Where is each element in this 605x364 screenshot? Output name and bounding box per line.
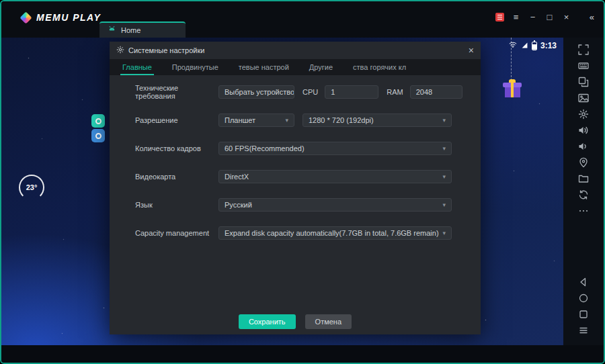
app-shortcut-1[interactable] <box>91 114 105 128</box>
ram-input[interactable]: 2048 <box>410 85 462 99</box>
cpu-label: CPU <box>302 88 318 96</box>
app-logo: MEMU PLAY <box>22 12 101 23</box>
android-statusbar: 3:13 <box>508 40 557 52</box>
fps-label: Количество кадров <box>135 144 218 152</box>
battery-icon <box>532 42 537 50</box>
ram-label: RAM <box>387 88 403 96</box>
location-icon[interactable] <box>578 157 589 168</box>
status-time: 3:13 <box>540 41 557 50</box>
row-fps: Количество кадров 60 FPS(Recommended) ▾ <box>135 142 481 155</box>
maximize-button[interactable]: □ <box>544 12 555 22</box>
chevron-down-icon: ▾ <box>443 230 446 236</box>
dialog-title: Системные настройки <box>128 46 204 54</box>
gpu-dropdown[interactable]: DirectX ▾ <box>218 170 452 183</box>
menu-button[interactable]: ≡ <box>511 12 521 22</box>
multi-window-icon[interactable] <box>578 77 589 87</box>
chevron-down-icon: ▾ <box>442 145 446 152</box>
emulator-window: MEMU PLAY Home ≡ − □ × « <box>0 0 605 364</box>
window-controls: ≡ − □ × <box>495 12 571 22</box>
volume-down-icon[interactable] <box>578 141 589 152</box>
settings-icon[interactable] <box>578 109 589 120</box>
row-requirements: Технические требования Выбрать устройств… <box>135 85 481 99</box>
guide-icon[interactable] <box>495 13 504 21</box>
titlebar: MEMU PLAY Home ≡ − □ × « <box>1 1 604 38</box>
dialog-tabs: ГлавныеПродвинутыетевые настройДругиеств… <box>110 59 481 75</box>
tool-sidebar <box>563 38 604 345</box>
minimize-button[interactable]: − <box>528 12 538 22</box>
resolution-type-dropdown[interactable]: Планшет ▾ <box>218 113 294 127</box>
rotate-icon[interactable] <box>578 189 589 200</box>
keyboard-icon[interactable] <box>578 60 589 71</box>
row-gpu: Видеокарта DirectX ▾ <box>135 170 481 183</box>
row-resolution: Разрешение Планшет ▾ 1280 * 720 (192dpi)… <box>135 113 481 127</box>
dialog-tab-Главные[interactable]: Главные <box>112 59 162 75</box>
screenshot-icon[interactable] <box>578 93 589 103</box>
gift-box-icon[interactable] <box>503 79 522 97</box>
logo-text: MEMU PLAY <box>36 12 101 23</box>
emulator-screen: 3:13 23° Системные настройки <box>1 38 563 345</box>
chevron-down-icon: ▾ <box>442 117 446 124</box>
dialog-close-icon[interactable]: × <box>469 46 474 55</box>
dialog-tab-Другие[interactable]: Другие <box>299 59 343 75</box>
recents-icon[interactable] <box>578 309 589 320</box>
gpu-label: Видеокарта <box>135 173 218 181</box>
gift-string <box>511 38 512 81</box>
save-button[interactable]: Сохранить <box>239 314 296 329</box>
cpu-input[interactable]: 1 <box>325 85 378 99</box>
menu-icon[interactable] <box>578 325 589 336</box>
tab-home[interactable]: Home <box>99 21 186 38</box>
volume-up-icon[interactable] <box>578 125 589 136</box>
more-icon[interactable] <box>578 206 589 216</box>
dialog-tab-тевые настрой[interactable]: тевые настрой <box>229 59 299 75</box>
dialog-body: Технические требования Выбрать устройств… <box>110 75 481 334</box>
dialog-buttons: Сохранить Отмена <box>110 314 481 329</box>
dialog-header: Системные настройки × <box>110 42 481 59</box>
close-button[interactable]: × <box>561 12 571 22</box>
collapse-sidebar-button[interactable]: « <box>590 12 594 22</box>
weather-temp: 23° <box>26 183 38 191</box>
row-language: Язык Русский ▾ <box>135 198 481 212</box>
system-settings-dialog: Системные настройки × ГлавныеПродвинутые… <box>110 42 481 334</box>
capacity-label: Capacity management <box>135 229 218 237</box>
android-icon <box>108 24 116 36</box>
home-circle-icon[interactable] <box>578 293 589 304</box>
requirements-label: Технические требования <box>135 84 218 100</box>
bottom-bar <box>1 345 604 363</box>
app-shortcut-2[interactable] <box>91 129 105 142</box>
language-label: Язык <box>135 201 218 209</box>
shared-folder-icon[interactable] <box>578 173 589 184</box>
chevron-down-icon: ▾ <box>442 173 446 180</box>
fullscreen-icon[interactable] <box>578 44 589 55</box>
chevron-down-icon: ▾ <box>442 201 446 208</box>
sidebar-top-icons <box>578 42 589 219</box>
dialog-tab-ства горячих кл[interactable]: ства горячих кл <box>343 59 416 75</box>
cancel-button[interactable]: Отмена <box>305 314 352 329</box>
language-dropdown[interactable]: Русский ▾ <box>218 198 452 212</box>
wallpaper-stars <box>1 38 2 38</box>
sidebar-bottom-icons <box>578 274 589 338</box>
resolution-label: Разрешение <box>135 116 218 124</box>
wifi-icon <box>508 40 518 52</box>
weather-widget[interactable]: 23° <box>19 175 44 200</box>
back-icon[interactable] <box>578 277 589 287</box>
logo-diamond-icon <box>19 11 32 24</box>
fps-dropdown[interactable]: 60 FPS(Recommended) ▾ <box>218 142 452 155</box>
signal-icon <box>521 40 528 52</box>
tab-home-label: Home <box>121 26 140 34</box>
gear-icon <box>116 44 124 56</box>
chevron-down-icon: ▾ <box>285 117 288 124</box>
device-dropdown[interactable]: Выбрать устройство ▾ <box>218 85 294 99</box>
dialog-tab-Продвинутые[interactable]: Продвинутые <box>162 59 229 75</box>
row-capacity: Capacity management Expand disk capacity… <box>135 226 481 240</box>
resolution-value-dropdown[interactable]: 1280 * 720 (192dpi) ▾ <box>302 113 452 127</box>
capacity-dropdown[interactable]: Expand disk capacity automatically(7.7GB… <box>218 226 452 240</box>
